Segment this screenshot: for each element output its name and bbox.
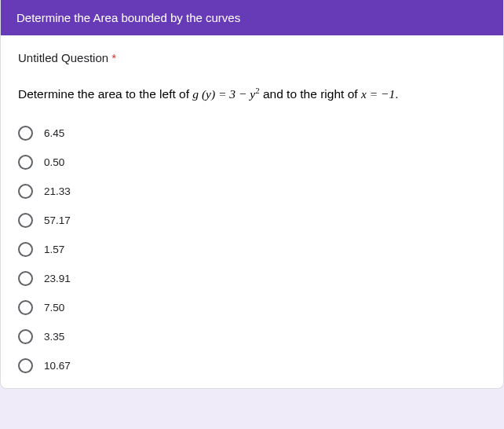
- radio-icon: [18, 242, 33, 257]
- form-content: Untitled Question * Determine the area t…: [1, 35, 503, 388]
- option-label: 10.67: [44, 360, 71, 372]
- option-row[interactable]: 23.91: [18, 264, 486, 293]
- prompt-var: x = −1: [361, 87, 395, 101]
- radio-icon: [18, 358, 33, 373]
- prompt-func: g (y) = 3 − y2: [192, 87, 259, 101]
- option-label: 57.17: [44, 214, 71, 226]
- option-label: 6.45: [44, 127, 64, 139]
- question-title-text: Untitled Question: [18, 51, 108, 64]
- option-row[interactable]: 6.45: [18, 119, 486, 148]
- option-row[interactable]: 21.33: [18, 177, 486, 206]
- option-row[interactable]: 1.57: [18, 235, 486, 264]
- option-row[interactable]: 7.50: [18, 293, 486, 322]
- prompt-suffix: .: [395, 87, 398, 101]
- radio-icon: [18, 271, 33, 286]
- option-row[interactable]: 3.35: [18, 322, 486, 351]
- option-label: 7.50: [44, 302, 64, 314]
- question-prompt: Determine the area to the left of g (y) …: [18, 85, 486, 103]
- option-label: 23.91: [44, 273, 71, 284]
- option-row[interactable]: 10.67: [18, 351, 486, 380]
- question-title: Untitled Question *: [18, 51, 486, 64]
- prompt-mid: and to the right of: [260, 87, 361, 101]
- radio-icon: [18, 126, 33, 141]
- option-label: 0.50: [44, 156, 64, 168]
- prompt-prefix: Determine the area to the left of: [18, 87, 192, 101]
- radio-icon: [18, 329, 33, 344]
- form-card: Determine the Area bounded by the curves…: [0, 0, 504, 389]
- form-header: Determine the Area bounded by the curves: [1, 0, 503, 35]
- form-header-title: Determine the Area bounded by the curves: [16, 11, 240, 24]
- radio-icon: [18, 155, 33, 170]
- option-row[interactable]: 0.50: [18, 148, 486, 177]
- option-label: 21.33: [44, 185, 71, 197]
- option-row[interactable]: 57.17: [18, 206, 486, 235]
- radio-icon: [18, 184, 33, 199]
- option-label: 3.35: [44, 331, 64, 343]
- radio-icon: [18, 213, 33, 228]
- option-label: 1.57: [44, 244, 64, 255]
- required-indicator: *: [111, 51, 116, 64]
- radio-icon: [18, 300, 33, 315]
- options-group: 6.45 0.50 21.33 57.17 1.57 23.91: [18, 119, 486, 380]
